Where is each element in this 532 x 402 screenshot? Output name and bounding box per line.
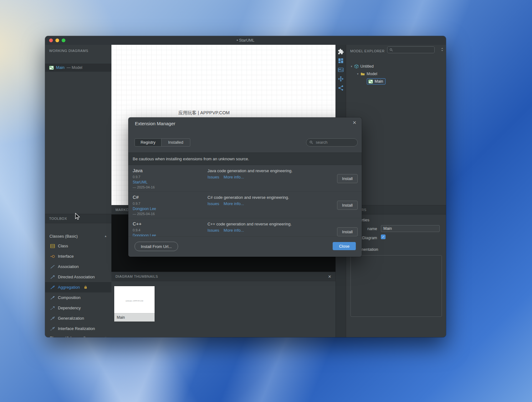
documentation-textarea[interactable] [350, 255, 442, 317]
tab-installed[interactable]: Installed [161, 138, 190, 147]
thumbnails-header: DIAGRAM THUMBNAILS [115, 275, 158, 278]
search-icon [389, 48, 393, 52]
install-button[interactable]: Install [337, 201, 358, 210]
extensions-icon[interactable] [338, 49, 344, 55]
toolbox-tool-list: Class Interface Association Directed Ass… [45, 241, 111, 334]
extension-author-link[interactable]: Dongjoon Lee [133, 233, 156, 236]
extension-list[interactable]: Java 0.9.7 StarUML — 2025-04-16 Java cod… [128, 165, 362, 236]
tree-item-label: Untitled [361, 64, 374, 69]
tool-label: Class [58, 244, 68, 248]
tool-label: Generalization [58, 316, 84, 321]
tool-dependency[interactable]: Dependency [45, 303, 111, 313]
tool-composition[interactable]: Composition [45, 292, 111, 303]
mouse-cursor [75, 213, 80, 222]
extension-version: 0.9.7 [133, 202, 140, 205]
share-icon[interactable] [338, 85, 344, 91]
name-field-input[interactable] [381, 225, 440, 232]
search-icon [309, 140, 314, 145]
tool-label: Dependency [58, 306, 81, 310]
tool-interface[interactable]: Interface [45, 251, 111, 261]
extension-author-link[interactable]: Dongjoon Lee [133, 207, 156, 211]
close-dialog-button[interactable]: Close [333, 242, 356, 250]
extension-search[interactable] [306, 138, 358, 147]
tool-generalization[interactable]: Generalization [45, 313, 111, 323]
tree-item-label: Main [375, 79, 383, 84]
extension-row-java: Java 0.9.7 StarUML — 2025-04-16 Java cod… [128, 165, 362, 192]
extension-date: — 2025-04-16 [133, 212, 155, 216]
tool-aggregation[interactable]: Aggregation [45, 282, 111, 292]
canvas-watermark: 应用玩客 | APPPVP.COM [178, 110, 230, 116]
lock-icon [84, 286, 87, 289]
dialog-footer: Install From Url... Close [128, 236, 362, 257]
extension-author-link[interactable]: StarUML [133, 180, 147, 184]
install-button[interactable]: Install [337, 227, 358, 236]
diagram-thumbnail-main[interactable]: 应用玩客 | APPPVP.COM Main [114, 286, 155, 322]
layout-icon[interactable] [338, 58, 344, 64]
default-diagram-checkbox[interactable]: ✓ [381, 234, 386, 239]
tool-directed-association[interactable]: Directed Association [45, 272, 111, 282]
working-diagram-item-main[interactable]: Main — Model [45, 64, 111, 72]
tree-expand-icon[interactable]: ▾ [357, 72, 359, 75]
check-icon: ✓ [382, 235, 384, 239]
warning-bar: Be cautious when installing extensions f… [128, 152, 362, 165]
tree-item-untitled[interactable]: ▾ Untitled [351, 64, 374, 69]
dialog-tabs: Registry Installed [135, 138, 190, 147]
extension-name: C++ [133, 221, 141, 226]
install-button[interactable]: Install [337, 174, 358, 183]
class-diagram-icon [49, 66, 54, 70]
extension-row-cpp: C++ 0.9.4 Dongjoon Lee C++ code generati… [128, 218, 362, 236]
tree-item-label: Model [367, 72, 377, 76]
markdown-icon[interactable] [338, 67, 344, 73]
extension-search-input[interactable] [315, 140, 353, 145]
desktop-wallpaper: • StarUML WORKING DIAGRAMS Main — Model … [0, 0, 532, 402]
toolbox-section-classes-advanced[interactable]: Classes (Advanced) ▼ [45, 334, 111, 337]
tree-item-main-selected[interactable]: Main [367, 78, 386, 85]
thumbnails-area: 应用玩客 | APPPVP.COM Main [111, 281, 335, 337]
thumbnails-header-band: DIAGRAM THUMBNAILS ✕ [111, 272, 335, 281]
interface-icon [50, 254, 55, 259]
sort-icon[interactable] [440, 47, 444, 52]
tree-expand-icon[interactable]: ▾ [351, 65, 352, 68]
selected-tree-node[interactable]: Main [367, 78, 386, 85]
more-info-link[interactable]: More info... [224, 175, 244, 179]
model-explorer-search[interactable] [387, 46, 435, 53]
collapse-arrow-icon[interactable]: ▲ [104, 234, 107, 238]
expand-arrow-icon[interactable]: ▼ [104, 336, 107, 337]
issues-link[interactable]: Issues [207, 175, 219, 179]
more-info-link[interactable]: More info... [224, 201, 244, 206]
tool-label: Directed Association [58, 275, 95, 279]
extension-description: Java code generation and reverse enginee… [207, 168, 293, 173]
tool-association[interactable]: Association [45, 261, 111, 272]
working-diagrams-header: WORKING DIAGRAMS [49, 49, 88, 53]
toolbox-section-classes-basic[interactable]: Classes (Basic) ▲ [45, 232, 111, 240]
issues-link[interactable]: Issues [207, 228, 219, 233]
extension-description: C++ code generation and reverse engineer… [207, 222, 292, 226]
tool-label: Interface Realization [58, 326, 95, 331]
project-cube-icon [354, 64, 359, 69]
extension-name: Java [133, 168, 143, 173]
section-label: Classes (Advanced) [49, 336, 86, 338]
tool-label: Association [58, 264, 79, 269]
move-icon[interactable] [338, 76, 344, 82]
tool-interface-realization[interactable]: Interface Realization [45, 323, 111, 334]
tool-class[interactable]: Class [45, 241, 111, 251]
left-sidebar: WORKING DIAGRAMS Main — Model TOOLBOX Cl… [45, 45, 112, 337]
tab-registry[interactable]: Registry [135, 138, 161, 147]
titlebar[interactable]: • StarUML [45, 36, 446, 45]
extension-date: — 2025-04-16 [133, 185, 155, 189]
issues-link[interactable]: Issues [207, 201, 219, 206]
install-from-url-button[interactable]: Install From Url... [135, 242, 178, 251]
aggregation-icon [50, 285, 55, 290]
association-icon [50, 265, 55, 269]
class-diagram-icon [368, 80, 373, 84]
close-thumbnails-icon[interactable]: ✕ [328, 274, 331, 279]
tree-item-model[interactable]: ▾ Model [357, 72, 377, 76]
extension-version: 0.9.7 [133, 175, 140, 179]
model-explorer-search-input[interactable] [395, 47, 430, 52]
warning-text: Be cautious when installing extensions f… [133, 157, 249, 161]
more-info-link[interactable]: More info... [224, 228, 244, 233]
tool-label: Composition [58, 295, 80, 300]
extension-description: C# code generation and reverse engineeri… [207, 195, 289, 200]
tool-label: Aggregation [58, 285, 80, 290]
dialog-close-icon[interactable]: ✕ [352, 120, 356, 126]
